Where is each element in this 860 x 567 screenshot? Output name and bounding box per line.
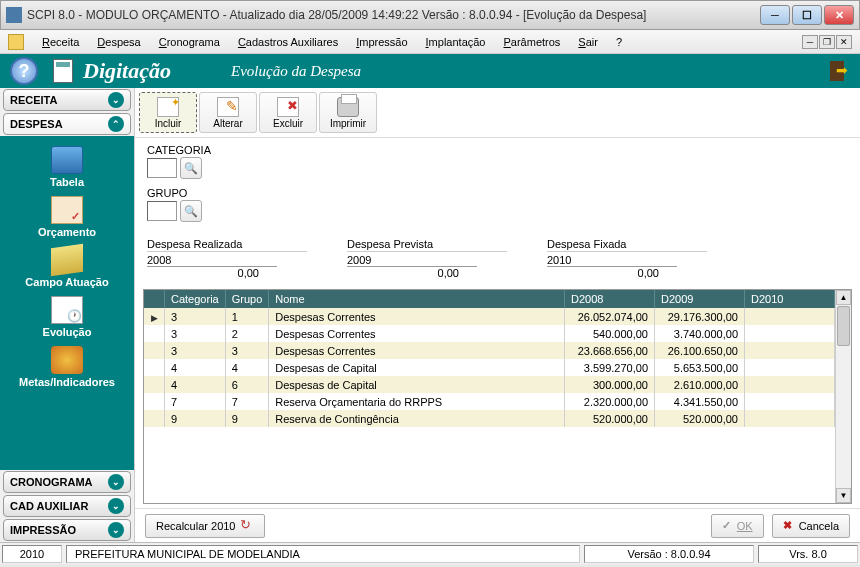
status-version: Versão : 8.0.0.94 (584, 545, 754, 563)
alterar-button[interactable]: Alterar (199, 92, 257, 133)
ok-label: OK (737, 520, 753, 532)
chevron-down-icon: ⌄ (108, 522, 124, 538)
status-vrs: Vrs. 8.0 (758, 545, 858, 563)
nav-label: Tabela (0, 176, 134, 188)
refresh-icon (240, 519, 254, 533)
despesa-fixada-year: 2010 (547, 254, 707, 266)
menu-help[interactable]: ? (616, 36, 622, 48)
grid-scrollbar[interactable]: ▲ ▼ (835, 290, 851, 503)
menu-cronograma[interactable]: Cronograma (159, 36, 220, 48)
despesa-summary: Despesa Realizada 2008 0,00 Despesa Prev… (135, 236, 860, 285)
cell-categoria: 4 (165, 376, 226, 393)
menu-cadastros[interactable]: Cadastros Auxiliares (238, 36, 338, 48)
despesa-prevista-year: 2009 (347, 254, 507, 266)
despesa-fixada-title: Despesa Fixada (547, 238, 707, 252)
row-indicator (144, 376, 165, 393)
cancela-label: Cancela (799, 520, 839, 532)
table-row[interactable]: 99Reserva de Contingência520.000,00520.0… (144, 410, 835, 427)
grupo-search-button[interactable] (180, 200, 202, 222)
table-row[interactable]: 33Despesas Correntes23.668.656,0026.100.… (144, 342, 835, 359)
scroll-down-button[interactable]: ▼ (836, 488, 851, 503)
check-icon (722, 519, 733, 532)
mdi-close-button[interactable]: ✕ (836, 35, 852, 49)
data-grid[interactable]: Categoria Grupo Nome D2008 D2009 D2010 3… (143, 289, 852, 504)
mdi-restore-button[interactable]: ❐ (819, 35, 835, 49)
edit-icon (217, 97, 239, 117)
cell-d2009: 29.176.300,00 (655, 308, 745, 325)
incluir-button[interactable]: Incluir (139, 92, 197, 133)
exit-icon[interactable] (826, 59, 850, 83)
toolbar: Incluir Alterar Excluir Imprimir (135, 88, 860, 138)
accordion-despesa[interactable]: DESPESA ⌃ (3, 113, 131, 135)
menu-receita[interactable]: Receita (42, 36, 79, 48)
menu-sair[interactable]: Sair (578, 36, 598, 48)
cell-d2008: 300.000,00 (565, 376, 655, 393)
col-d2009[interactable]: D2009 (655, 290, 745, 308)
nav-evolucao[interactable]: Evolução (0, 292, 134, 342)
grupo-input[interactable] (147, 201, 177, 221)
clock-icon (51, 296, 83, 324)
chevron-up-icon: ⌃ (108, 116, 124, 132)
minimize-button[interactable]: ─ (760, 5, 790, 25)
cell-d2008: 540.000,00 (565, 325, 655, 342)
close-button[interactable]: ✕ (824, 5, 854, 25)
accordion-cad-auxiliar[interactable]: CAD AUXILIAR ⌄ (3, 495, 131, 517)
cell-nome: Reserva de Contingência (269, 410, 565, 427)
col-d2008[interactable]: D2008 (565, 290, 655, 308)
table-row[interactable]: 44Despesas de Capital3.599.270,005.653.5… (144, 359, 835, 376)
menu-impressao[interactable]: Impressão (356, 36, 407, 48)
window-titlebar: SCPI 8.0 - MODULO ORÇAMENTO - Atualizado… (0, 0, 860, 30)
cell-d2010 (745, 325, 835, 342)
menu-despesa[interactable]: Despesa (97, 36, 140, 48)
menu-parametros[interactable]: Parâmetros (503, 36, 560, 48)
categoria-search-button[interactable] (180, 157, 202, 179)
scroll-thumb[interactable] (837, 306, 850, 346)
ok-button[interactable]: OK (711, 514, 764, 538)
col-d2010[interactable]: D2010 (745, 290, 835, 308)
nav-tabela[interactable]: Tabela (0, 142, 134, 192)
cell-d2010 (745, 376, 835, 393)
cell-d2010 (745, 393, 835, 410)
nav-label: Evolução (0, 326, 134, 338)
recalcular-button[interactable]: Recalcular 2010 (145, 514, 265, 538)
col-nome[interactable]: Nome (269, 290, 565, 308)
col-categoria[interactable]: Categoria (165, 290, 226, 308)
nav-campo-atuacao[interactable]: Campo Atuação (0, 242, 134, 292)
table-row[interactable]: 32Despesas Correntes540.000,003.740.000,… (144, 325, 835, 342)
cell-d2010 (745, 308, 835, 325)
table-icon (51, 146, 83, 174)
cell-categoria: 7 (165, 393, 226, 410)
grupo-label: GRUPO (147, 187, 848, 199)
accordion-receita[interactable]: RECEITA ⌄ (3, 89, 131, 111)
nav-metas[interactable]: Metas/Indicadores (0, 342, 134, 392)
accordion-impressao[interactable]: IMPRESSÃO ⌄ (3, 519, 131, 541)
table-row[interactable]: 46Despesas de Capital300.000,002.610.000… (144, 376, 835, 393)
cell-nome: Reserva Orçamentaria do RRPPS (269, 393, 565, 410)
filters: CATEGORIA GRUPO (135, 138, 860, 236)
table-row[interactable]: 77Reserva Orçamentaria do RRPPS2.320.000… (144, 393, 835, 410)
budget-icon (51, 196, 83, 224)
imprimir-button[interactable]: Imprimir (319, 92, 377, 133)
categoria-input[interactable] (147, 158, 177, 178)
calculator-icon[interactable] (53, 59, 73, 83)
tool-label: Incluir (155, 118, 182, 129)
maximize-button[interactable]: ☐ (792, 5, 822, 25)
cell-d2009: 520.000,00 (655, 410, 745, 427)
mdi-minimize-button[interactable]: ─ (802, 35, 818, 49)
scroll-up-button[interactable]: ▲ (836, 290, 851, 305)
cancela-button[interactable]: Cancela (772, 514, 850, 538)
nav-orcamento[interactable]: Orçamento (0, 192, 134, 242)
cell-nome: Despesas de Capital (269, 359, 565, 376)
cell-d2008: 520.000,00 (565, 410, 655, 427)
table-row[interactable]: 31Despesas Correntes26.052.074,0029.176.… (144, 308, 835, 325)
excluir-button[interactable]: Excluir (259, 92, 317, 133)
cell-categoria: 9 (165, 410, 226, 427)
status-bar: 2010 PREFEITURA MUNICIPAL DE MODELANDIA … (0, 542, 860, 564)
menu-implantacao[interactable]: Implantação (426, 36, 486, 48)
chevron-down-icon: ⌄ (108, 498, 124, 514)
col-grupo[interactable]: Grupo (225, 290, 269, 308)
accordion-cronograma[interactable]: CRONOGRAMA ⌄ (3, 471, 131, 493)
accordion-label: DESPESA (10, 118, 63, 130)
help-icon[interactable]: ? (10, 57, 38, 85)
tool-label: Excluir (273, 118, 303, 129)
